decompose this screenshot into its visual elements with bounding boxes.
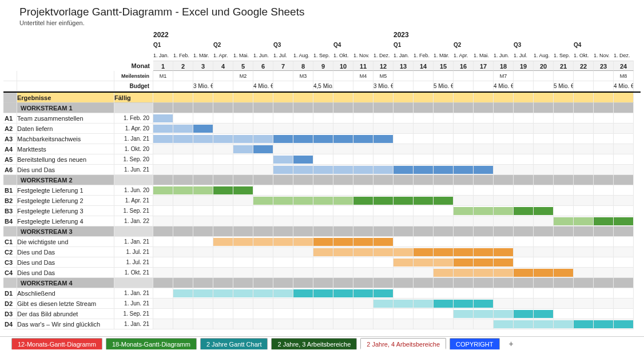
gantt-cell[interactable] [153,309,173,319]
gantt-cell[interactable] [333,134,353,144]
gantt-cell[interactable] [494,165,514,175]
gantt-cell[interactable] [514,257,534,268]
gantt-cell[interactable] [454,237,474,247]
gantt-cell[interactable] [153,257,173,268]
gantt-cell[interactable] [333,185,353,196]
gantt-cell[interactable] [333,288,353,299]
gantt-cell[interactable] [414,124,434,134]
gantt-cell[interactable] [414,144,434,154]
gantt-cell[interactable] [233,124,253,134]
gantt-cell[interactable] [173,124,193,134]
gantt-cell[interactable] [173,309,193,319]
gantt-cell[interactable] [594,206,614,216]
gantt-cell[interactable] [213,268,233,278]
gantt-cell[interactable] [614,216,634,226]
gantt-cell[interactable] [173,154,193,165]
gantt-cell[interactable] [153,165,173,175]
gantt-cell[interactable] [293,124,313,134]
gantt-cell[interactable] [353,154,373,165]
gantt-cell[interactable] [193,124,213,134]
gantt-cell[interactable] [534,134,554,144]
gantt-cell[interactable] [414,309,434,319]
gantt-cell[interactable] [494,257,514,268]
gantt-cell[interactable] [333,216,353,226]
sheet-tab[interactable]: 18-Monats-Gantt-Diagramm [106,338,197,349]
gantt-cell[interactable] [594,113,614,124]
gantt-cell[interactable] [333,257,353,268]
gantt-cell[interactable] [253,257,273,268]
gantt-cell[interactable] [373,257,393,268]
gantt-cell[interactable] [514,247,534,257]
gantt-cell[interactable] [333,268,353,278]
gantt-cell[interactable] [414,165,434,175]
gantt-cell[interactable] [173,319,193,329]
gantt-cell[interactable] [293,113,313,124]
sheet-tab[interactable]: COPYRIGHT [450,338,499,349]
gantt-cell[interactable] [173,247,193,257]
gantt-cell[interactable] [273,196,293,206]
gantt-cell[interactable] [554,247,574,257]
gantt-cell[interactable] [193,113,213,124]
gantt-cell[interactable] [253,165,273,175]
sheet-tab[interactable]: 2 Jahre Gantt Chart [200,338,268,349]
gantt-cell[interactable] [213,247,233,257]
gantt-cell[interactable] [293,206,313,216]
gantt-cell[interactable] [293,144,313,154]
gantt-cell[interactable] [313,257,333,268]
gantt-cell[interactable] [293,268,313,278]
gantt-cell[interactable] [173,216,193,226]
gantt-cell[interactable] [353,237,373,247]
gantt-cell[interactable] [253,319,273,329]
gantt-cell[interactable] [594,216,614,226]
gantt-cell[interactable] [373,288,393,299]
gantt-cell[interactable] [454,124,474,134]
gantt-cell[interactable] [514,165,534,175]
gantt-cell[interactable] [153,247,173,257]
gantt-cell[interactable] [253,196,273,206]
gantt-cell[interactable] [574,165,594,175]
gantt-cell[interactable] [474,196,494,206]
gantt-cell[interactable] [313,309,333,319]
gantt-cell[interactable] [373,237,393,247]
gantt-cell[interactable] [333,247,353,257]
gantt-cell[interactable] [333,124,353,134]
gantt-cell[interactable] [534,309,554,319]
gantt-cell[interactable] [393,154,414,165]
gantt-cell[interactable] [253,124,273,134]
gantt-cell[interactable] [614,113,634,124]
gantt-cell[interactable] [454,185,474,196]
gantt-cell[interactable] [233,185,253,196]
gantt-cell[interactable] [233,237,253,247]
gantt-cell[interactable] [213,144,233,154]
gantt-cell[interactable] [574,216,594,226]
gantt-cell[interactable] [353,206,373,216]
gantt-cell[interactable] [554,319,574,329]
gantt-cell[interactable] [273,134,293,144]
gantt-cell[interactable] [313,134,333,144]
gantt-cell[interactable] [454,206,474,216]
gantt-cell[interactable] [253,247,273,257]
gantt-cell[interactable] [574,154,594,165]
gantt-cell[interactable] [554,268,574,278]
gantt-cell[interactable] [373,206,393,216]
gantt-cell[interactable] [233,154,253,165]
gantt-cell[interactable] [333,319,353,329]
gantt-cell[interactable] [514,309,534,319]
gantt-cell[interactable] [494,134,514,144]
gantt-cell[interactable] [514,299,534,309]
gantt-cell[interactable] [373,113,393,124]
gantt-cell[interactable] [474,206,494,216]
gantt-cell[interactable] [614,247,634,257]
gantt-cell[interactable] [293,319,313,329]
gantt-cell[interactable] [494,319,514,329]
gantt-cell[interactable] [594,237,614,247]
gantt-cell[interactable] [454,113,474,124]
gantt-cell[interactable] [213,299,233,309]
gantt-cell[interactable] [414,196,434,206]
gantt-cell[interactable] [393,319,414,329]
gantt-cell[interactable] [554,165,574,175]
gantt-cell[interactable] [373,268,393,278]
gantt-cell[interactable] [594,154,614,165]
gantt-cell[interactable] [233,319,253,329]
gantt-cell[interactable] [253,154,273,165]
